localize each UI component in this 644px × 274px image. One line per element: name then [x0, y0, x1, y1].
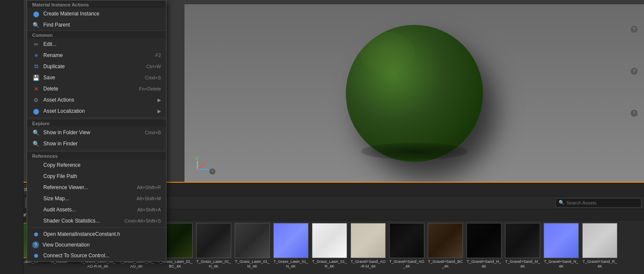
duplicate-shortcut: Ctrl+W — [146, 64, 161, 69]
svg-text:Y: Y — [205, 160, 207, 164]
menu-item-asset-actions[interactable]: ⚙ Asset Actions ▶ — [27, 94, 166, 105]
separator-references — [27, 150, 166, 151]
asset-item-t-grass-lawn-r[interactable]: T_Grass_Lawn_01_R_4K — [311, 222, 348, 273]
search-icon: 🔍 — [559, 200, 565, 205]
menu-item-find-parent[interactable]: 🔍 Find Parent — [27, 19, 166, 30]
help-badge-mid[interactable]: ? — [631, 68, 638, 75]
reference-viewer-icon — [32, 184, 40, 191]
audit-assets-label: Audit Assets... — [43, 207, 134, 213]
menu-item-size-map[interactable]: Size Map... Alt+Shift+M — [27, 193, 166, 204]
asset-thumb-t-grass-lawn-n — [273, 223, 308, 258]
help-badge-top[interactable]: ? — [631, 26, 638, 33]
context-menu: Material Instance Actions ⬤ Create Mater… — [27, 0, 166, 262]
duplicate-label: Duplicate — [43, 63, 143, 69]
asset-label-t-grass-lawn-n: T_Grass_Lawn_01_N_4K — [273, 259, 309, 269]
shader-cook-shortcut: Cmd+Alt+Shift+S — [124, 218, 161, 223]
asset-item-t-grass-lawn-h[interactable]: T_Grass_Lawn_01_H_4K — [195, 222, 233, 273]
size-map-label: Size Map... — [43, 196, 133, 202]
svg-text:X: X — [206, 167, 209, 172]
rename-label: Rename — [43, 52, 152, 58]
menu-item-shader-cook[interactable]: Shader Cook Statistics... Cmd+Alt+Shift+… — [27, 215, 166, 226]
sphere — [346, 25, 483, 162]
asset-item-t-grass-lawn-n[interactable]: T_Grass_Lawn_01_N_4K — [272, 222, 310, 273]
copy-reference-icon — [32, 161, 40, 169]
asset-thumb-t-gravel-sand-bc — [428, 223, 463, 258]
view-docs-label: View Documentation — [42, 242, 161, 248]
menu-item-copy-reference[interactable]: Copy Reference — [27, 160, 166, 171]
axis-indicator: X Z Y ? — [193, 152, 215, 174]
size-map-shortcut: Alt+Shift+M — [136, 196, 161, 201]
asset-item-t-gravel-sand-m[interactable]: T_Gravel+Sand_M_4K — [504, 222, 541, 273]
save-icon: 💾 — [32, 74, 40, 81]
asset-label-t-grass-lawn-r: T_Grass_Lawn_01_R_4K — [311, 259, 348, 269]
search-input[interactable] — [566, 200, 638, 205]
menu-item-rename[interactable]: ✳ Rename F2 — [27, 50, 166, 61]
edit-icon: ✏ — [32, 40, 40, 48]
size-map-icon — [32, 195, 40, 202]
asset-localization-icon: ⬤ — [32, 107, 40, 115]
asset-label-t-gravel-sand-r: T_Gravel+Sand_R_4K — [582, 259, 618, 269]
create-material-label: Create Material Instance — [43, 11, 161, 17]
asset-thumb-t-grass-lawn-m — [235, 223, 270, 258]
connect-source-label: Connect To Source Control... — [43, 253, 161, 259]
rename-shortcut: F2 — [155, 53, 161, 58]
menu-item-edit[interactable]: ✏ Edit... — [27, 39, 166, 50]
rename-icon: ✳ — [32, 51, 40, 59]
asset-thumb-t-grass-lawn-r — [312, 223, 347, 258]
asset-label-t-gravel-sand-bc: T_Gravel+Sand_BC_4K — [427, 259, 463, 269]
asset-item-t-gravel-sand-ao-r-m[interactable]: T_Gravel+Sand_AO-R-M_4K — [349, 222, 387, 273]
asset-label-t-grass-lawn-m: T_Grass_Lawn_01_M_4K — [234, 259, 270, 269]
duplicate-icon: ⧉ — [32, 63, 40, 70]
find-parent-icon: 🔍 — [32, 21, 40, 29]
menu-item-view-documentation[interactable]: ? View Documentation — [27, 240, 166, 250]
asset-thumb-t-grass-lawn-h — [196, 223, 231, 258]
find-parent-label: Find Parent — [43, 22, 161, 28]
connect-source-icon: ⬤ — [32, 252, 40, 259]
menu-item-create-material-instance[interactable]: ⬤ Create Material Instance — [27, 8, 166, 19]
asset-label-t-gravel-sand-n: T_Gravel+Sand_N_4K — [543, 259, 579, 269]
reference-viewer-shortcut: Alt+Shift+R — [137, 185, 161, 190]
separator-explore — [27, 117, 166, 118]
axis-help[interactable]: ? — [209, 169, 215, 175]
asset-label-t-gravel-sand-h: T_Gravel+Sand_H_4K — [466, 259, 502, 269]
svg-line-2 — [197, 164, 204, 169]
separator-other — [27, 227, 166, 228]
menu-item-asset-localization[interactable]: ⬤ Asset Localization ▶ — [27, 105, 166, 117]
shader-cook-icon — [32, 217, 40, 225]
edit-label: Edit... — [43, 41, 161, 47]
asset-thumb-t-gravel-sand-r — [582, 223, 617, 258]
menu-item-duplicate[interactable]: ⧉ Duplicate Ctrl+W — [27, 61, 166, 72]
menu-item-copy-file-path[interactable]: Copy File Path — [27, 171, 166, 182]
menu-item-save[interactable]: 💾 Save Cmd+S — [27, 72, 166, 83]
asset-item-t-gravel-sand-ao[interactable]: T_Gravel+Sand_AO_4K — [388, 222, 426, 273]
asset-item-t-grass-lawn-m[interactable]: T_Grass_Lawn_01_M_4K — [233, 222, 271, 273]
asset-item-t-gravel-sand-h[interactable]: T_Gravel+Sand_H_4K — [465, 222, 503, 273]
help-badge-low[interactable]: ? — [631, 110, 638, 117]
asset-item-t-gravel-sand-bc[interactable]: T_Gravel+Sand_BC_4K — [426, 222, 464, 273]
copy-file-path-icon — [32, 172, 40, 180]
menu-item-show-folder-view[interactable]: 🔍 Show in Folder View Cmd+B — [27, 127, 166, 138]
asset-actions-icon: ⚙ — [32, 96, 40, 104]
svg-text:Z: Z — [196, 156, 198, 160]
audit-assets-icon — [32, 206, 40, 214]
menu-item-open-material[interactable]: ⬤ Open MaterialInstanceConstant.h — [27, 229, 166, 240]
asset-thumb-t-gravel-sand-ao — [389, 223, 424, 258]
menu-item-connect-source-control[interactable]: ⬤ Connect To Source Control... — [27, 250, 166, 261]
delete-label: Delete — [43, 86, 136, 92]
copy-file-path-label: Copy File Path — [43, 173, 161, 179]
menu-item-delete[interactable]: ✕ Delete Fn+Delete — [27, 83, 166, 94]
show-folder-icon: 🔍 — [32, 129, 40, 136]
menu-item-audit-assets[interactable]: Audit Assets... Alt+Shift+A — [27, 204, 166, 215]
menu-item-reference-viewer[interactable]: Reference Viewer... Alt+Shift+R — [27, 182, 166, 193]
delete-icon: ✕ — [32, 85, 40, 93]
asset-item-t-gravel-sand-r[interactable]: T_Gravel+Sand_R_4K — [581, 222, 619, 273]
asset-localization-arrow: ▶ — [157, 108, 161, 114]
asset-item-t-gravel-sand-n[interactable]: T_Gravel+Sand_N_4K — [542, 222, 580, 273]
section-material-instance-actions: Material Instance Actions — [27, 0, 166, 8]
save-shortcut: Cmd+S — [145, 75, 161, 80]
asset-thumb-t-gravel-sand-h — [466, 223, 502, 258]
shader-cook-label: Shader Cook Statistics... — [43, 218, 121, 224]
menu-item-show-finder[interactable]: 🔍 Show in Finder — [27, 138, 166, 149]
show-finder-label: Show in Finder — [43, 141, 161, 147]
asset-thumb-t-gravel-sand-ao-r-m — [351, 223, 386, 258]
